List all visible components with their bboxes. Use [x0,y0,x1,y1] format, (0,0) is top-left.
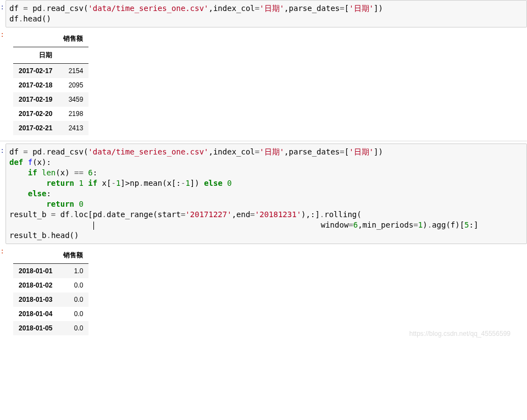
dataframe-table-1: 销售额 日期 2017-02-172154 2017-02-182095 201… [13,31,88,135]
cell-value: 2095 [58,78,88,92]
table-row: 2018-01-050.0 [13,321,88,335]
cell-value: 1.0 [58,264,88,279]
cell-value: 2198 [58,107,88,121]
row-index: 2017-02-19 [13,92,58,107]
code-line: else: [9,189,51,198]
row-index: 2018-01-03 [13,292,58,307]
code-line: window=6,min_periods=1).agg(f)[5:] [9,220,478,229]
table-row: 2018-01-020.0 [13,278,88,292]
code-line: if len(x) == 6: [9,168,97,177]
code-cell-1: : df = pd.read_csv('data/time_series_one… [0,0,527,27]
output-area-1: 销售额 日期 2017-02-172154 2017-02-182095 201… [4,27,527,139]
cell-value: 0.0 [58,307,88,321]
table-row: 2018-01-011.0 [13,264,88,279]
table-row: 2017-02-202198 [13,107,88,121]
table-row: 2017-02-193459 [13,92,88,107]
row-index: 2017-02-20 [13,107,58,121]
table-row: 2018-01-040.0 [13,307,88,321]
output-cell-1: : 销售额 日期 2017-02-172154 2017-02-182095 2… [0,27,527,139]
table-row: 2017-02-182095 [13,78,88,92]
cell-value: 2154 [58,64,88,79]
row-index: 2018-01-02 [13,278,58,292]
code-line: return 0 [9,200,84,208]
cell-value: 2413 [58,121,88,135]
code-line: return 1 if x[-1]>np.mean(x[:-1]) else 0 [9,179,232,187]
row-index: 2018-01-05 [13,321,58,335]
cell-value: 0.0 [58,321,88,335]
output-area-2: 销售额 2018-01-011.0 2018-01-020.0 2018-01-… [4,244,527,338]
code-editor-1[interactable]: df = pd.read_csv('data/time_series_one.c… [5,0,527,27]
row-index: 2018-01-01 [13,264,58,279]
cell-value: 0.0 [58,278,88,292]
empty-header [58,47,88,64]
output-prompt: : [0,244,4,338]
output-prompt: : [0,27,4,139]
input-prompt: : [0,143,4,244]
code-line: df.head() [9,14,51,23]
table-row: 2017-02-212413 [13,121,88,135]
code-line: df = pd.read_csv('data/time_series_one.c… [9,147,383,156]
index-corner [13,247,58,264]
column-header: 销售额 [58,247,88,264]
index-corner [13,31,58,47]
column-header: 销售额 [58,31,88,47]
code-cell-2: : df = pd.read_csv('data/time_series_one… [0,143,527,244]
code-line: result_b.head() [9,231,79,240]
row-index: 2018-01-04 [13,307,58,321]
output-cell-2: : 销售额 2018-01-011.0 2018-01-020.0 2018-0… [0,244,527,338]
code-line: df = pd.read_csv('data/time_series_one.c… [9,4,383,13]
cell-value: 3459 [58,92,88,107]
divider [0,141,527,141]
input-prompt: : [0,0,4,27]
code-line: result_b = df.loc[pd.date_range(start='2… [9,210,362,219]
table-row: 2018-01-030.0 [13,292,88,307]
code-editor-2[interactable]: df = pd.read_csv('data/time_series_one.c… [5,143,527,244]
code-line: def f(x): [9,158,51,167]
row-index: 2017-02-18 [13,78,58,92]
index-name: 日期 [13,47,58,64]
row-index: 2017-02-21 [13,121,58,135]
cell-value: 0.0 [58,292,88,307]
dataframe-table-2: 销售额 2018-01-011.0 2018-01-020.0 2018-01-… [13,247,88,335]
table-row: 2017-02-172154 [13,64,88,79]
row-index: 2017-02-17 [13,64,58,79]
